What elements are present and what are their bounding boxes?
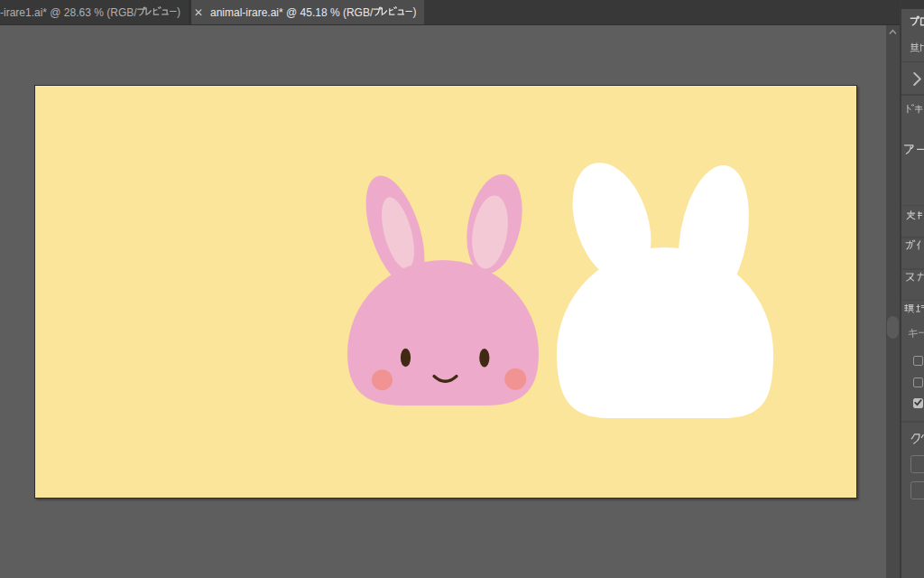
svg-text:): ) bbox=[413, 5, 417, 18]
svg-text:): ) bbox=[177, 5, 180, 18]
